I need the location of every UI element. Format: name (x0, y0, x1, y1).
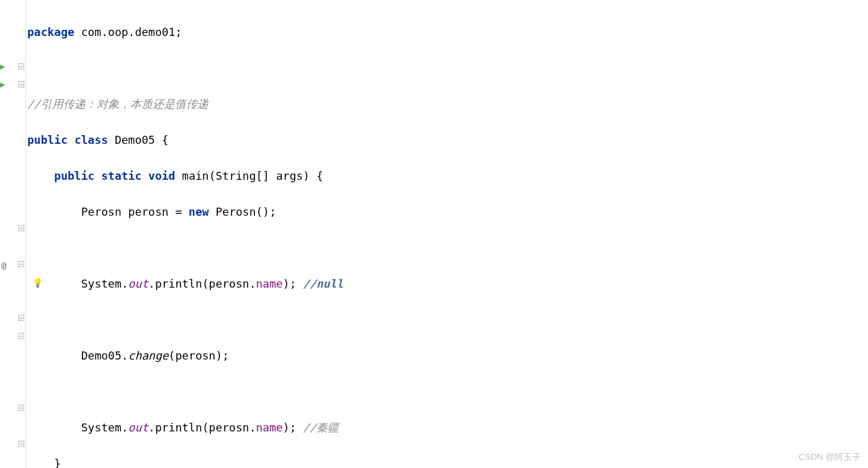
fold-icon[interactable]: − (18, 63, 24, 69)
code-line[interactable]: System.out.println(perosn.name); //秦疆 (26, 418, 868, 436)
comment: //秦疆 (303, 421, 339, 434)
keyword: static (101, 169, 141, 182)
package-path: com.oop.demo01; (74, 25, 182, 38)
method-call: .println(perosn. (148, 277, 256, 290)
watermark: CSDN @阿玉子 (799, 452, 861, 463)
run-icon[interactable]: ▶ (0, 79, 10, 89)
arguments: (perosn); (169, 349, 230, 362)
keyword: new (189, 205, 209, 218)
comment: //引用传递：对象，本质还是值传递 (27, 97, 208, 110)
variable: perosn = (128, 205, 189, 218)
fold-icon[interactable]: − (18, 405, 24, 411)
close-brace: } (27, 457, 61, 468)
class-ref: System. (81, 277, 128, 290)
code-line[interactable] (26, 239, 868, 257)
code-line[interactable] (26, 59, 868, 77)
keyword: package (27, 25, 74, 38)
run-icon[interactable]: ▶ (0, 61, 10, 71)
code-line[interactable]: //引用传递：对象，本质还是值传递 (26, 95, 868, 113)
keyword: public (54, 169, 94, 182)
field: name (256, 277, 282, 290)
fold-icon[interactable]: − (18, 81, 24, 87)
keyword: public (27, 133, 68, 146)
class-declaration: Demo05 { (108, 133, 169, 146)
method-call: .println(perosn. (148, 421, 256, 434)
field: name (256, 421, 282, 434)
override-icon[interactable]: @ (1, 260, 11, 270)
code-line[interactable]: System.out.println(perosn.name); //null (26, 275, 868, 293)
code-line[interactable]: public static void main(String[] args) { (26, 167, 868, 185)
code-line[interactable] (26, 382, 868, 400)
fold-icon[interactable]: − (18, 333, 24, 339)
code-line[interactable]: package com.oop.demo01; (26, 23, 868, 41)
fold-icon[interactable]: − (18, 225, 24, 231)
fold-icon[interactable]: − (18, 261, 24, 267)
keyword: void (148, 169, 175, 182)
type: Perosn (81, 205, 128, 218)
constructor: Perosn(); (209, 205, 276, 218)
fold-icon[interactable]: − (18, 441, 24, 447)
method-signature: main(String[] args) { (175, 169, 323, 182)
fold-icon[interactable]: − (18, 315, 24, 321)
class-ref: System. (81, 421, 128, 434)
keyword: class (74, 133, 108, 146)
code-line[interactable]: } (26, 454, 868, 468)
punctuation: ); (283, 277, 303, 290)
static-field: out (128, 421, 149, 434)
code-line[interactable]: Perosn perosn = new Perosn(); (26, 203, 868, 221)
code-line[interactable] (26, 311, 868, 329)
class-ref: Demo05. (81, 349, 128, 362)
code-line[interactable]: public class Demo05 { (26, 131, 868, 149)
static-method: change (128, 349, 169, 362)
punctuation: ); (283, 421, 303, 434)
code-editor[interactable]: package com.oop.demo01; //引用传递：对象，本质还是值传… (26, 0, 868, 468)
code-line[interactable]: Demo05.change(perosn); (26, 347, 868, 364)
editor-gutter: ▶ ▶ @ 💡 − − − − − − − − (0, 0, 26, 468)
static-field: out (128, 277, 149, 290)
comment: //null (303, 277, 343, 290)
